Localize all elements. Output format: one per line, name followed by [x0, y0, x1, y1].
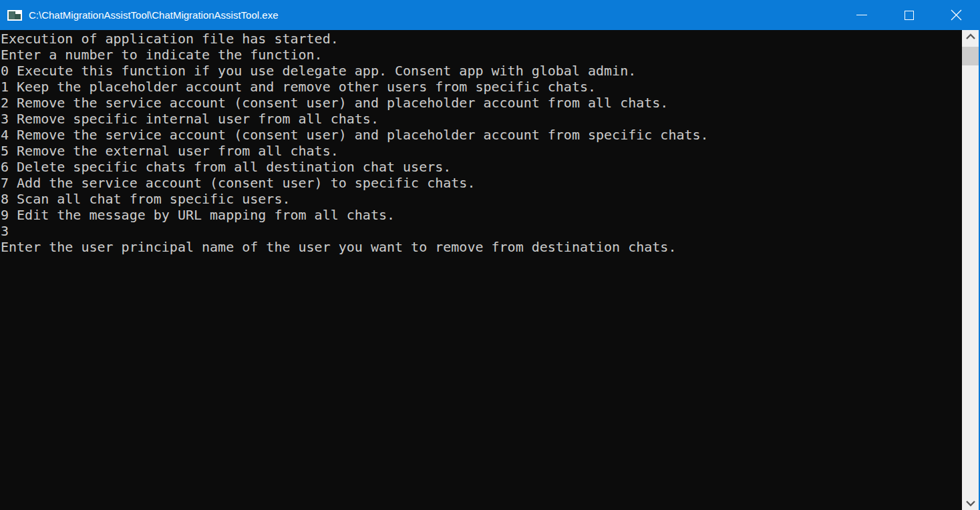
console-line: 3 Remove specific internal user from all… — [1, 111, 961, 127]
titlebar[interactable]: C:\ChatMigrationAssistTool\ChatMigration… — [0, 0, 980, 30]
chevron-down-icon — [965, 500, 976, 507]
scroll-down-button[interactable] — [962, 497, 979, 510]
vertical-scrollbar[interactable] — [962, 30, 979, 510]
minimize-icon — [856, 15, 867, 15]
console-line: 4 Remove the service account (consent us… — [1, 127, 961, 143]
maximize-icon — [905, 11, 914, 20]
console-line: 7 Add the service account (consent user)… — [1, 175, 961, 191]
console-line: Enter a number to indicate the function. — [1, 47, 961, 63]
console-line: Enter the user principal name of the use… — [1, 239, 961, 255]
console-line: 2 Remove the service account (consent us… — [1, 95, 961, 111]
scroll-up-button[interactable] — [962, 30, 979, 43]
close-button[interactable] — [933, 0, 980, 30]
close-icon — [951, 9, 962, 21]
scrollbar-thumb[interactable] — [962, 47, 979, 65]
console-app-icon[interactable] — [7, 7, 23, 23]
console-window: C:\ChatMigrationAssistTool\ChatMigration… — [0, 0, 980, 510]
console-line: 6 Delete specific chats from all destina… — [1, 159, 961, 175]
caption-buttons — [838, 0, 980, 30]
minimize-button[interactable] — [838, 0, 885, 30]
maximize-button[interactable] — [885, 0, 933, 30]
console-line: Execution of application file has starte… — [1, 31, 961, 47]
console-line: 8 Scan all chat from specific users. — [1, 191, 961, 207]
console-viewport[interactable]: Execution of application file has starte… — [0, 30, 961, 510]
chevron-up-icon — [965, 33, 976, 40]
console-window-icon — [7, 7, 23, 23]
console-line: 5 Remove the external user from all chat… — [1, 143, 961, 159]
console-line: 1 Keep the placeholder account and remov… — [1, 79, 961, 95]
window-title: C:\ChatMigrationAssistTool\ChatMigration… — [29, 9, 838, 21]
console-line: 0 Execute this function if you use deleg… — [1, 63, 961, 79]
console-line: 9 Edit the message by URL mapping from a… — [1, 207, 961, 223]
console-line: 3 — [1, 223, 961, 239]
